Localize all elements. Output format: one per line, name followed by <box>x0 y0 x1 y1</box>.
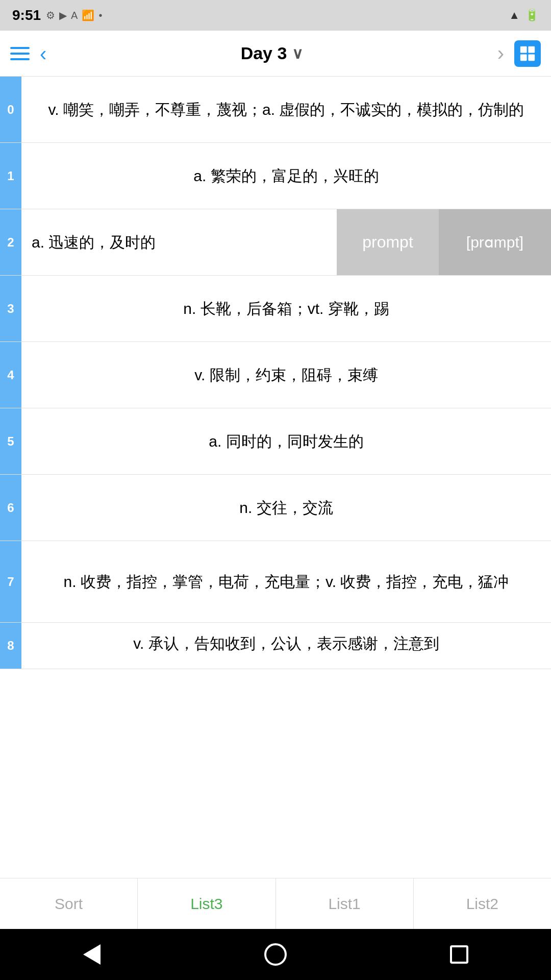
row-definition: a. 繁荣的，富足的，兴旺的 <box>21 143 551 209</box>
status-time: 9:51 <box>12 7 41 23</box>
popup-word: prompt <box>337 209 439 275</box>
word-row[interactable]: 7 n. 收费，指控，掌管，电荷，充电量；v. 收费，指控，充电，猛冲 <box>0 541 551 623</box>
row-index: 1 <box>0 143 21 209</box>
svg-rect-1 <box>528 46 535 53</box>
word-row[interactable]: 0 v. 嘲笑，嘲弄，不尊重，蔑视；a. 虚假的，不诚实的，模拟的，仿制的 <box>0 77 551 143</box>
svg-rect-0 <box>520 46 527 53</box>
row-index: 6 <box>0 475 21 541</box>
row-index: 7 <box>0 541 21 622</box>
sys-home-button[interactable] <box>260 939 291 970</box>
tab-list2[interactable]: List2 <box>414 878 551 929</box>
top-nav: ‹ Day 3 ∨ › <box>0 31 551 77</box>
popup-overlay: prompt [prɑmpt] <box>337 209 551 275</box>
tab-list1[interactable]: List1 <box>276 878 414 929</box>
day-title: Day 3 <box>241 43 287 63</box>
bottom-tab-bar: Sort List3 List1 List2 <box>0 878 551 929</box>
word-row-with-popup[interactable]: 2 a. 迅速的，及时的 prompt [prɑmpt] <box>0 209 551 276</box>
row-index: 0 <box>0 77 21 142</box>
status-icons: ⚙ ▶ A 📶 • <box>46 9 102 21</box>
sys-recents-button[interactable] <box>444 939 474 970</box>
dropdown-icon: ∨ <box>292 44 303 62</box>
row-definition: v. 限制，约束，阻碍，束缚 <box>21 342 551 408</box>
nav-left: ‹ <box>10 43 46 64</box>
battery-icon: 🔋 <box>525 9 539 22</box>
word-row[interactable]: 3 n. 长靴，后备箱；vt. 穿靴，踢 <box>0 276 551 342</box>
font-icon: A <box>71 10 78 21</box>
nav-title[interactable]: Day 3 ∨ <box>241 43 304 63</box>
row-definition: n. 长靴，后备箱；vt. 穿靴，踢 <box>21 276 551 341</box>
row-definition: v. 承认，告知收到，公认，表示感谢，注意到 <box>21 623 551 669</box>
word-row[interactable]: 4 v. 限制，约束，阻碍，束缚 <box>0 342 551 408</box>
row-definition: n. 交往，交流 <box>21 475 551 541</box>
sys-back-button[interactable] <box>77 939 107 970</box>
svg-rect-2 <box>520 54 527 61</box>
back-button[interactable]: ‹ <box>40 43 46 64</box>
tab-sort[interactable]: Sort <box>0 878 138 929</box>
row-index: 8 <box>0 623 21 669</box>
play-icon: ▶ <box>59 9 67 21</box>
row-definition: a. 同时的，同时发生的 <box>21 408 551 474</box>
system-nav-bar <box>0 929 551 980</box>
dot-icon: • <box>98 10 102 21</box>
word-row[interactable]: 1 a. 繁荣的，富足的，兴旺的 <box>0 143 551 209</box>
word-row[interactable]: 8 v. 承认，告知收到，公认，表示感谢，注意到 <box>0 623 551 669</box>
signal-icon: ▲ <box>509 9 520 22</box>
grid-view-button[interactable] <box>514 40 541 67</box>
word-row[interactable]: 5 a. 同时的，同时发生的 <box>0 408 551 475</box>
tab-list3[interactable]: List3 <box>138 878 276 929</box>
popup-phonetic: [prɑmpt] <box>439 209 551 275</box>
forward-button[interactable]: › <box>497 42 504 65</box>
settings-icon: ⚙ <box>46 9 55 21</box>
row-definition: v. 嘲笑，嘲弄，不尊重，蔑视；a. 虚假的，不诚实的，模拟的，仿制的 <box>21 77 551 142</box>
nav-right: › <box>497 40 541 67</box>
row-index: 3 <box>0 276 21 341</box>
status-bar: 9:51 ⚙ ▶ A 📶 • ▲ 🔋 <box>0 0 551 31</box>
row-definition: n. 收费，指控，掌管，电荷，充电量；v. 收费，指控，充电，猛冲 <box>21 541 551 622</box>
wifi-icon: 📶 <box>82 9 94 21</box>
row-index: 4 <box>0 342 21 408</box>
hamburger-menu-button[interactable] <box>10 47 30 60</box>
row-index: 5 <box>0 408 21 474</box>
word-list: 0 v. 嘲笑，嘲弄，不尊重，蔑视；a. 虚假的，不诚实的，模拟的，仿制的 1 … <box>0 77 551 669</box>
row-index: 2 <box>0 209 21 275</box>
status-right: ▲ 🔋 <box>509 9 539 22</box>
svg-rect-3 <box>528 54 535 61</box>
word-row[interactable]: 6 n. 交往，交流 <box>0 475 551 541</box>
